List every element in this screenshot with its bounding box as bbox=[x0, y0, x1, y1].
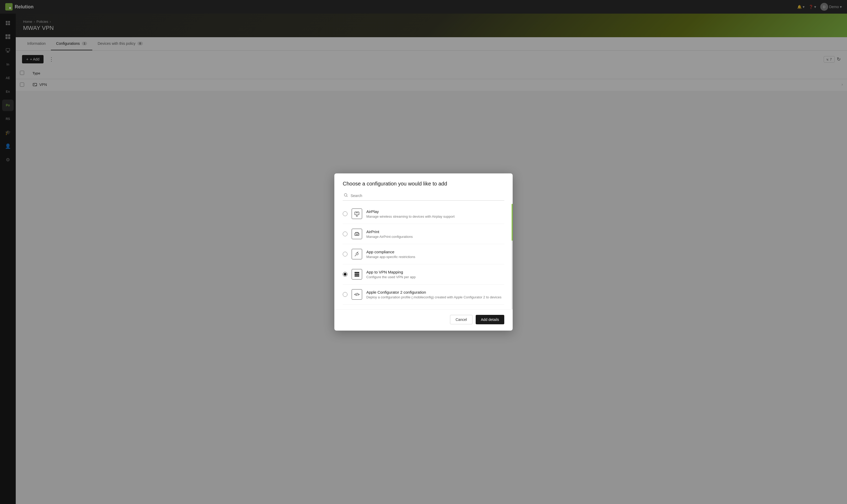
config-dialog: Choose a configuration you would like to… bbox=[334, 174, 513, 330]
config-item-app-compliance[interactable]: App compliance Manage app-specific restr… bbox=[343, 244, 504, 264]
svg-line-26 bbox=[357, 252, 358, 253]
app-to-vpn-radio[interactable] bbox=[343, 272, 347, 277]
apple-configurator-icon: </> bbox=[352, 289, 362, 300]
app-compliance-desc: Manage app-specific restrictions bbox=[366, 255, 504, 259]
svg-point-24 bbox=[358, 234, 359, 234]
dialog-header: Choose a configuration you would like to… bbox=[334, 174, 513, 191]
airprint-radio[interactable] bbox=[343, 232, 347, 236]
config-list: AirPlay Manage wireless streaming to dev… bbox=[334, 204, 513, 309]
add-details-button[interactable]: Add details bbox=[476, 315, 504, 324]
airplay-icon bbox=[352, 209, 362, 219]
app-compliance-info: App compliance Manage app-specific restr… bbox=[366, 250, 504, 259]
app-to-vpn-info: App to VPN Mapping Configure the used VP… bbox=[366, 270, 504, 279]
airprint-icon bbox=[352, 229, 362, 239]
svg-point-25 bbox=[356, 253, 358, 255]
airprint-info: AirPrint Manage AirPrint configurations bbox=[366, 230, 504, 239]
svg-marker-21 bbox=[356, 215, 358, 216]
config-item-airprint[interactable]: AirPrint Manage AirPrint configurations bbox=[343, 224, 504, 244]
svg-line-19 bbox=[347, 196, 348, 197]
dialog-title: Choose a configuration you would like to… bbox=[343, 181, 504, 187]
apple-configurator-name: Apple Configurator 2 configuration bbox=[366, 290, 504, 294]
svg-rect-29 bbox=[355, 275, 359, 277]
airprint-desc: Manage AirPrint configurations bbox=[366, 235, 504, 239]
search-box bbox=[343, 191, 504, 201]
svg-rect-27 bbox=[355, 272, 359, 273]
app-compliance-icon bbox=[352, 249, 362, 259]
app-compliance-name: App compliance bbox=[366, 250, 504, 254]
airprint-name: AirPrint bbox=[366, 230, 504, 234]
cancel-button[interactable]: Cancel bbox=[450, 315, 472, 324]
svg-rect-28 bbox=[355, 274, 359, 275]
config-item-app-to-vpn[interactable]: App to VPN Mapping Configure the used VP… bbox=[343, 264, 504, 285]
airplay-radio[interactable] bbox=[343, 211, 347, 216]
search-icon bbox=[344, 193, 348, 198]
app-compliance-radio[interactable] bbox=[343, 252, 347, 256]
scrollbar-indicator bbox=[512, 204, 513, 309]
search-input[interactable] bbox=[351, 194, 503, 198]
airplay-name: AirPlay bbox=[366, 209, 504, 214]
config-item-airplay[interactable]: AirPlay Manage wireless streaming to dev… bbox=[343, 204, 504, 224]
dialog-footer: Cancel Add details bbox=[334, 309, 513, 330]
dialog-overlay[interactable]: Choose a configuration you would like to… bbox=[0, 0, 847, 504]
scrollbar-thumb bbox=[512, 204, 513, 241]
dialog-search bbox=[334, 191, 513, 204]
apple-configurator-info: Apple Configurator 2 configuration Deplo… bbox=[366, 290, 504, 299]
svg-rect-22 bbox=[355, 233, 359, 235]
app-to-vpn-desc: Configure the used VPN per app bbox=[366, 275, 504, 279]
config-item-apple-configurator[interactable]: </> Apple Configurator 2 configuration D… bbox=[343, 285, 504, 305]
airplay-desc: Manage wireless streaming to devices wit… bbox=[366, 215, 504, 218]
app-to-vpn-icon bbox=[352, 269, 362, 280]
apple-configurator-radio[interactable] bbox=[343, 292, 347, 297]
svg-rect-23 bbox=[356, 234, 358, 235]
config-item-calendar[interactable]: 15 Calendar Manage CalDAV accounts bbox=[343, 305, 504, 309]
apple-configurator-desc: Deploy a configuration profile (.mobilec… bbox=[366, 295, 504, 299]
app-to-vpn-name: App to VPN Mapping bbox=[366, 270, 504, 274]
airplay-info: AirPlay Manage wireless streaming to dev… bbox=[366, 209, 504, 218]
